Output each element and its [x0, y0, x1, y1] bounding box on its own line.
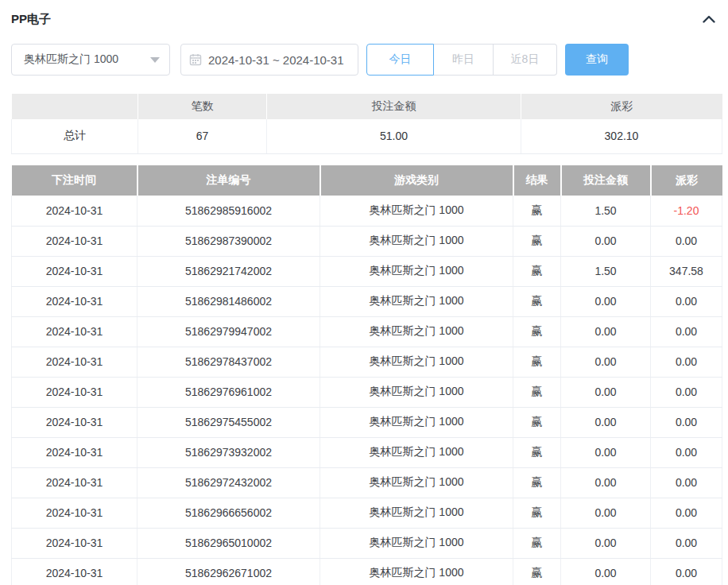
result-cell: 赢 [513, 256, 561, 286]
payout-cell: 0.00 [651, 498, 722, 528]
game-type-cell: 奥林匹斯之门 1000 [320, 467, 513, 498]
summary-header-payout: 派彩 [521, 94, 722, 119]
game-type-cell: 奥林匹斯之门 1000 [320, 316, 513, 347]
payout-cell: -1.20 [651, 196, 722, 226]
chevron-up-icon [703, 15, 715, 23]
bet-id-cell: 51862981486002 [137, 286, 320, 316]
summary-header-row: 笔数 投注金额 派彩 [12, 94, 722, 119]
bet-time-cell: 2024-10-31 [12, 437, 137, 467]
game-type-cell: 奥林匹斯之门 1000 [320, 256, 513, 286]
bet-id-cell: 51862987390002 [137, 226, 320, 256]
payout-cell: 0.00 [651, 407, 722, 437]
date-range-picker[interactable]: 2024-10-31 ~ 2024-10-31 [180, 44, 358, 76]
game-type-cell: 奥林匹斯之门 1000 [320, 226, 513, 256]
bet-amount-cell: 0.00 [561, 347, 651, 377]
table-row: 2024-10-31 51862985916002 奥林匹斯之门 1000 赢 … [12, 196, 722, 226]
table-row: 2024-10-31 51862975455002 奥林匹斯之门 1000 赢 … [12, 407, 722, 437]
result-cell: 赢 [513, 407, 561, 437]
records-header-bet-time: 下注时间 [12, 165, 137, 196]
records-header-result: 结果 [513, 165, 561, 196]
payout-cell: 0.00 [651, 286, 722, 316]
last-8-days-button[interactable]: 近8日 [494, 44, 557, 76]
table-row: 2024-10-31 51862981486002 奥林匹斯之门 1000 赢 … [12, 286, 722, 316]
bet-amount-cell: 1.50 [561, 256, 651, 286]
payout-cell: 0.00 [651, 347, 722, 377]
bet-time-cell: 2024-10-31 [12, 316, 137, 347]
bet-id-cell: 51862973932002 [137, 437, 320, 467]
bet-amount-cell: 0.00 [561, 226, 651, 256]
game-type-cell: 奥林匹斯之门 1000 [320, 347, 513, 377]
game-type-cell: 奥林匹斯之门 1000 [320, 286, 513, 316]
records-header-payout: 派彩 [651, 165, 722, 196]
game-type-cell: 奥林匹斯之门 1000 [320, 196, 513, 226]
table-row: 2024-10-31 51862965010002 奥林匹斯之门 1000 赢 … [12, 528, 722, 558]
game-type-cell: 奥林匹斯之门 1000 [320, 528, 513, 558]
query-button[interactable]: 查询 [565, 44, 629, 76]
payout-cell: 0.00 [651, 558, 722, 585]
bet-id-cell: 51862962671002 [137, 558, 320, 585]
bet-id-cell: 51862965010002 [137, 528, 320, 558]
today-button[interactable]: 今日 [366, 44, 434, 76]
bet-time-cell: 2024-10-31 [12, 407, 137, 437]
pp-electronic-panel: PP电子 奥林匹斯之门 1000 [0, 0, 728, 585]
result-cell: 赢 [513, 528, 561, 558]
table-row: 2024-10-31 51862973932002 奥林匹斯之门 1000 赢 … [12, 437, 722, 467]
game-type-cell: 奥林匹斯之门 1000 [320, 407, 513, 437]
chevron-down-icon [150, 57, 160, 63]
result-cell: 赢 [513, 377, 561, 407]
result-cell: 赢 [513, 437, 561, 467]
panel-title: PP电子 [11, 12, 51, 27]
payout-cell: 0.00 [651, 528, 722, 558]
bet-id-cell: 51862976961002 [137, 377, 320, 407]
payout-cell: 347.58 [651, 256, 722, 286]
collapse-button[interactable] [698, 10, 720, 29]
bet-time-cell: 2024-10-31 [12, 347, 137, 377]
summary-total-label: 总计 [12, 119, 138, 153]
bet-id-cell: 51862978437002 [137, 347, 320, 377]
table-row: 2024-10-31 51862966656002 奥林匹斯之门 1000 赢 … [12, 498, 722, 528]
bet-amount-cell: 0.00 [561, 498, 651, 528]
records-header-bet-amount: 投注金额 [561, 165, 651, 196]
filter-bar: 奥林匹斯之门 1000 2024-10-31 ~ 2024-10-31 [11, 44, 629, 76]
bet-time-cell: 2024-10-31 [12, 528, 137, 558]
bet-time-cell: 2024-10-31 [12, 377, 137, 407]
bet-id-cell: 51862979947002 [137, 316, 320, 347]
table-row: 2024-10-31 51862962671002 奥林匹斯之门 1000 赢 … [12, 558, 722, 585]
payout-cell: 0.00 [651, 437, 722, 467]
date-range-value: 2024-10-31 ~ 2024-10-31 [208, 53, 344, 67]
result-cell: 赢 [513, 347, 561, 377]
result-cell: 赢 [513, 316, 561, 347]
bet-time-cell: 2024-10-31 [12, 286, 137, 316]
summary-total-count: 67 [138, 119, 267, 153]
bet-time-cell: 2024-10-31 [12, 226, 137, 256]
result-cell: 赢 [513, 558, 561, 585]
bet-amount-cell: 0.00 [561, 558, 651, 585]
summary-table: 笔数 投注金额 派彩 总计 67 51.00 302.10 [11, 94, 722, 154]
bet-amount-cell: 0.00 [561, 377, 651, 407]
bet-amount-cell: 0.00 [561, 286, 651, 316]
result-cell: 赢 [513, 196, 561, 226]
bet-amount-cell: 0.00 [561, 467, 651, 498]
bet-id-cell: 51862975455002 [137, 407, 320, 437]
records-header-row: 下注时间 注单编号 游戏类别 结果 投注金额 派彩 [12, 165, 722, 196]
summary-header-count: 笔数 [138, 94, 267, 119]
bet-time-cell: 2024-10-31 [12, 558, 137, 585]
table-row: 2024-10-31 51862976961002 奥林匹斯之门 1000 赢 … [12, 377, 722, 407]
summary-total-bet-amount: 51.00 [267, 119, 521, 153]
summary-total-payout: 302.10 [521, 119, 722, 153]
bet-id-cell: 51862966656002 [137, 498, 320, 528]
bet-id-cell: 51862972432002 [137, 467, 320, 498]
game-select[interactable]: 奥林匹斯之门 1000 [11, 44, 170, 76]
game-type-cell: 奥林匹斯之门 1000 [320, 377, 513, 407]
calendar-icon [189, 53, 202, 66]
bet-amount-cell: 1.50 [561, 196, 651, 226]
payout-cell: 0.00 [651, 316, 722, 347]
game-type-cell: 奥林匹斯之门 1000 [320, 558, 513, 585]
yesterday-button[interactable]: 昨日 [434, 44, 494, 76]
result-cell: 赢 [513, 226, 561, 256]
summary-header-bet-amount: 投注金额 [267, 94, 521, 119]
payout-cell: 0.00 [651, 467, 722, 498]
records-header-game-type: 游戏类别 [320, 165, 513, 196]
records-table: 下注时间 注单编号 游戏类别 结果 投注金额 派彩 2024-10-31 518… [11, 165, 722, 585]
payout-cell: 0.00 [651, 226, 722, 256]
